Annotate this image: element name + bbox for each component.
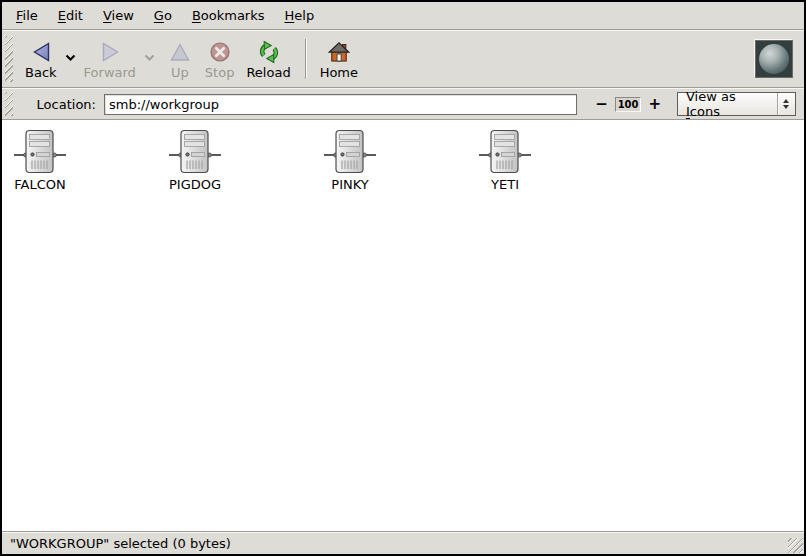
zoom-level: 100 <box>615 97 642 112</box>
throbber-globe-icon <box>759 44 789 74</box>
up-button: Up <box>161 36 199 82</box>
reload-icon <box>256 38 282 65</box>
server-label: PINKY <box>331 178 368 192</box>
stop-button: Stop <box>199 36 241 82</box>
location-label: Location: <box>37 97 96 112</box>
server-icon <box>169 129 221 175</box>
server-label: YETI <box>491 178 519 192</box>
status-text: "WORKGROUP" selected (0 bytes) <box>10 536 231 551</box>
dropdown-arrows-icon <box>777 93 795 115</box>
toolbar-drag-handle[interactable] <box>5 36 13 82</box>
status-bar: "WORKGROUP" selected (0 bytes) <box>2 531 804 554</box>
icon-view: FALCON PIGDOG <box>2 120 804 531</box>
menu-go[interactable]: Go <box>144 3 182 28</box>
throbber <box>755 40 793 78</box>
stop-icon <box>207 38 233 65</box>
server-item-falcon[interactable]: FALCON <box>2 129 78 192</box>
menu-edit[interactable]: Edit <box>48 3 93 28</box>
server-icon <box>14 129 66 175</box>
menu-help[interactable]: Help <box>275 3 325 28</box>
file-manager-window: File Edit View Go Bookmarks Help Back <box>0 0 806 556</box>
menu-view[interactable]: View <box>93 3 144 28</box>
server-item-pinky[interactable]: PINKY <box>312 129 388 192</box>
zoom-in-button[interactable]: + <box>644 97 665 112</box>
server-item-yeti[interactable]: YETI <box>467 129 543 192</box>
resize-grip-icon[interactable] <box>788 538 803 553</box>
forward-history-chevron-icon <box>144 49 155 64</box>
reload-button[interactable]: Reload <box>240 36 296 82</box>
back-icon <box>28 38 54 65</box>
zoom-out-button[interactable]: − <box>591 97 612 112</box>
server-label: FALCON <box>14 178 65 192</box>
server-icon <box>479 129 531 175</box>
view-as-dropdown[interactable]: View as Icons <box>677 92 796 116</box>
forward-button: Forward <box>78 36 142 82</box>
server-item-pigdog[interactable]: PIGDOG <box>157 129 233 192</box>
toolbar-separator <box>305 39 306 79</box>
server-label: PIGDOG <box>169 178 221 192</box>
location-bar-drag-handle[interactable] <box>5 92 13 116</box>
server-icon <box>324 129 376 175</box>
home-icon <box>326 38 352 65</box>
view-as-label: View as Icons <box>686 89 769 119</box>
toolbar: Back Forward Up <box>2 30 804 88</box>
location-input[interactable] <box>104 94 577 115</box>
forward-icon <box>97 38 123 65</box>
back-button[interactable]: Back <box>19 36 63 82</box>
menu-file[interactable]: File <box>6 3 48 28</box>
menu-bookmarks[interactable]: Bookmarks <box>182 3 275 28</box>
home-button[interactable]: Home <box>314 36 364 82</box>
back-history-chevron-icon[interactable] <box>65 49 76 64</box>
menu-bar: File Edit View Go Bookmarks Help <box>2 2 804 30</box>
up-icon <box>167 38 193 65</box>
location-bar: Location: − 100 + View as Icons <box>2 88 804 120</box>
